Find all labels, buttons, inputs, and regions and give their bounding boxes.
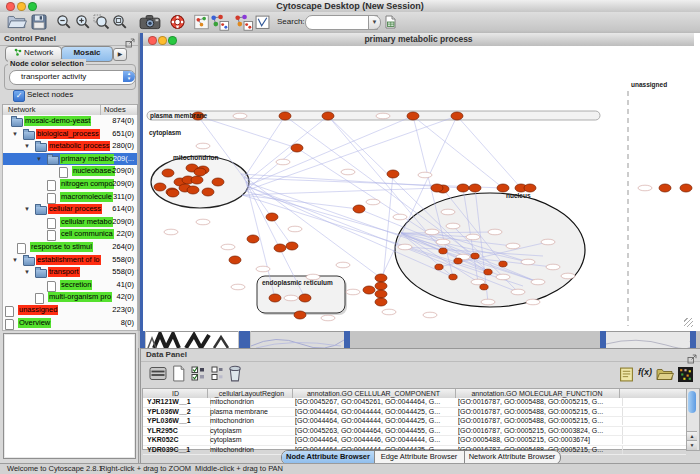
scrollbar-thumb[interactable] xyxy=(688,391,696,413)
table-row[interactable]: YJR121W__1mitochondrion[GO:0045267, GO:0… xyxy=(143,398,686,408)
network-node[interactable] xyxy=(375,282,387,290)
network-node[interactable] xyxy=(435,264,443,270)
network-node[interactable] xyxy=(471,253,479,259)
tree-row[interactable]: ▼biological_process651(0) xyxy=(3,128,137,141)
network-node[interactable] xyxy=(449,274,457,280)
delete-attribute-button[interactable] xyxy=(228,365,242,386)
expand-triangle-icon[interactable]: ▼ xyxy=(24,143,30,149)
attribute-table[interactable]: YJR121W__1mitochondrion[GO:0045267, GO:0… xyxy=(142,398,687,450)
select-all-attributes-button[interactable] xyxy=(191,365,207,386)
tree-row[interactable]: ▼metabolic process280(0) xyxy=(3,140,137,153)
import-attributes-button[interactable] xyxy=(656,367,674,386)
network-node[interactable] xyxy=(375,290,387,298)
help-button[interactable] xyxy=(169,14,186,31)
annotation-button[interactable] xyxy=(255,14,270,31)
column-divider[interactable] xyxy=(100,105,101,115)
network-node[interactable] xyxy=(480,284,488,290)
expand-triangle-icon[interactable]: ▼ xyxy=(24,269,30,275)
expand-triangle-icon[interactable]: ▼ xyxy=(36,156,42,162)
open-session-button[interactable] xyxy=(7,14,27,31)
tree-row[interactable]: macromolecule311(0) xyxy=(3,191,137,204)
select-nodes-checkbox[interactable]: ✓ xyxy=(13,90,25,102)
tree-row[interactable]: ▼establishment of lo558(0) xyxy=(3,254,137,267)
close-button[interactable] xyxy=(6,2,15,11)
column-header[interactable]: ID xyxy=(144,389,208,398)
table-row[interactable]: YLR295Ccytoplasm[GO:0045263, GO:0044464,… xyxy=(143,427,686,437)
background-window-sliver[interactable] xyxy=(146,331,238,349)
tree-row[interactable]: multi-organism pro42(0) xyxy=(3,291,137,304)
network-node[interactable] xyxy=(274,244,286,252)
minimize-button[interactable] xyxy=(17,2,26,11)
tree-row[interactable]: response to stimul264(0) xyxy=(3,241,137,254)
network-node[interactable] xyxy=(659,184,671,192)
maximize-button[interactable] xyxy=(28,2,37,11)
tree-row[interactable]: unassigned223(0) xyxy=(3,304,137,317)
network-node[interactable] xyxy=(154,183,166,191)
network-overview-button[interactable] xyxy=(194,14,209,31)
network-window-titlebar[interactable]: primary metabolic process xyxy=(143,33,694,47)
background-window-border[interactable] xyxy=(690,331,696,348)
network-node[interactable] xyxy=(387,170,399,178)
column-header[interactable]: annotation.GO CELLULAR_COMPONENT xyxy=(292,389,456,398)
expand-triangle-icon[interactable]: ▼ xyxy=(24,206,30,212)
network-node[interactable] xyxy=(484,269,492,275)
background-window-sliver[interactable] xyxy=(251,331,344,349)
network-node[interactable] xyxy=(497,184,509,192)
expand-triangle-icon[interactable]: ▼ xyxy=(12,257,18,263)
network-node[interactable] xyxy=(202,188,214,196)
search-dropdown-arrow[interactable]: ▼ xyxy=(368,15,381,30)
background-window-border[interactable] xyxy=(344,331,350,348)
node-color-select[interactable]: transporter activity ▴▾ xyxy=(9,70,136,85)
layout-button-2[interactable] xyxy=(234,14,253,31)
tree-row[interactable]: ▼transport558(0) xyxy=(3,266,137,279)
network-node[interactable] xyxy=(294,311,306,319)
network-node[interactable] xyxy=(439,248,447,254)
network-node[interactable] xyxy=(353,205,365,213)
table-row[interactable]: YPL036W__1mitochondrion[GO:0044464, GO:0… xyxy=(143,417,686,427)
column-header[interactable] xyxy=(619,389,687,398)
network-node[interactable] xyxy=(431,184,443,192)
network-node[interactable] xyxy=(212,178,224,186)
table-scrollbar[interactable]: ▲ ▼ xyxy=(686,388,700,451)
network-node[interactable] xyxy=(269,294,281,302)
network-node[interactable] xyxy=(266,213,278,221)
expand-triangle-icon[interactable]: ▼ xyxy=(12,131,18,137)
select-attributes-button[interactable] xyxy=(149,365,167,386)
tree-row[interactable]: nucleobase-209(0) xyxy=(3,165,137,178)
network-node[interactable] xyxy=(363,286,375,294)
network-node[interactable] xyxy=(322,112,334,120)
background-window-border[interactable] xyxy=(239,331,250,348)
network-node[interactable] xyxy=(469,184,481,192)
plasma-membrane-region[interactable] xyxy=(147,111,600,120)
tab-scroll-right-icon[interactable]: ▶ xyxy=(113,48,127,61)
zoom-in-button[interactable] xyxy=(75,14,91,31)
tree-row[interactable]: ▼primary metabo209(... xyxy=(3,153,137,166)
formula-builder-button[interactable]: f(x) xyxy=(638,367,652,377)
network-node[interactable] xyxy=(375,298,387,306)
layout-button-1[interactable] xyxy=(210,14,229,31)
network-node[interactable] xyxy=(229,256,241,264)
import-table-button[interactable] xyxy=(383,14,397,31)
network-node[interactable] xyxy=(191,176,203,184)
resize-grip[interactable] xyxy=(684,318,693,327)
background-window-sliver[interactable] xyxy=(606,331,690,349)
network-node[interactable] xyxy=(162,169,174,177)
minimize-button[interactable] xyxy=(158,36,167,45)
zoom-fit-button[interactable] xyxy=(112,14,128,31)
zoom-selected-button[interactable] xyxy=(93,14,110,31)
network-node[interactable] xyxy=(167,189,179,197)
network-node[interactable] xyxy=(247,235,259,243)
background-window-border[interactable] xyxy=(140,331,145,348)
zoom-out-button[interactable] xyxy=(56,14,72,31)
scroll-down-arrow[interactable]: ▼ xyxy=(687,440,697,450)
unselect-all-attributes-button[interactable] xyxy=(211,365,224,386)
float-panel-icon[interactable] xyxy=(125,34,135,44)
network-node[interactable] xyxy=(499,261,507,267)
network-node[interactable] xyxy=(451,112,463,120)
network-node[interactable] xyxy=(454,258,462,264)
tree-row[interactable]: Overview8(0) xyxy=(3,317,137,330)
snapshot-button[interactable] xyxy=(139,14,161,31)
network-node[interactable] xyxy=(187,186,199,194)
tree-row[interactable]: ▼cellular process614(0) xyxy=(3,203,137,216)
network-canvas[interactable]: plasma membrane cytoplasm mitochondrion … xyxy=(143,46,694,328)
